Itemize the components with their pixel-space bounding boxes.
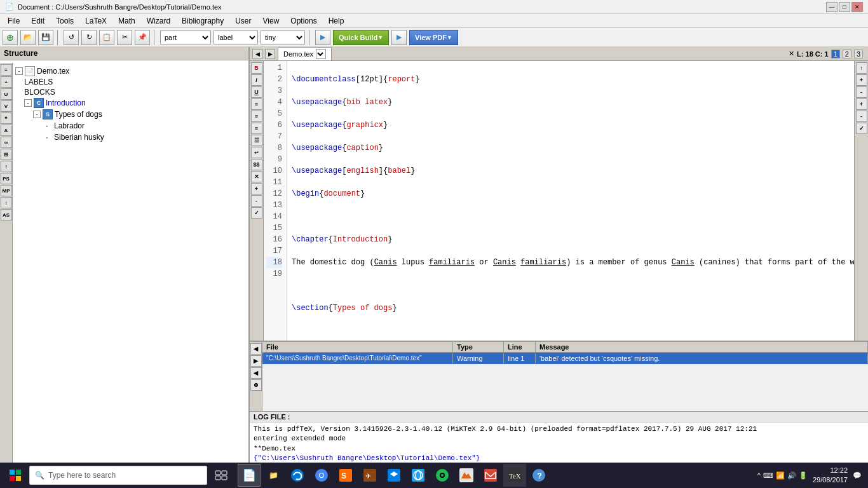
save-button[interactable]: 💾 — [38, 30, 53, 45]
menu-user[interactable]: User — [230, 15, 256, 27]
left-icon-9[interactable]: ! — [1, 161, 12, 172]
title-bar-controls[interactable]: — □ ✕ — [826, 2, 863, 12]
msg-expand-btn[interactable]: ◀ — [250, 343, 262, 355]
menu-view[interactable]: View — [258, 15, 285, 27]
close-button[interactable]: ✕ — [851, 2, 863, 12]
cut-button[interactable]: ✂ — [117, 30, 132, 45]
page-indicator-2[interactable]: 2 — [843, 50, 851, 58]
maximize-button[interactable]: □ — [839, 2, 850, 12]
taskbar-icon-8[interactable]: ✈ — [358, 464, 381, 487]
tray-icon-volume[interactable]: 🔊 — [787, 471, 796, 480]
menu-tools[interactable]: Tools — [51, 15, 79, 27]
left-icon-8[interactable]: ⊞ — [1, 149, 12, 160]
et-underline[interactable]: U — [251, 86, 262, 98]
new-button[interactable]: ⊕ — [3, 30, 18, 45]
minimize-button[interactable]: — — [826, 2, 837, 12]
part-select[interactable]: part — [160, 30, 211, 44]
tree-item-siberian[interactable]: • Siberian husky — [15, 132, 246, 143]
taskbar-icon-chrome[interactable] — [310, 464, 333, 487]
tree-item-labels[interactable]: LABELS — [15, 77, 246, 87]
taskbar-icon-files[interactable]: 📁 — [262, 464, 285, 487]
nav-prev-button[interactable]: ◀ — [252, 49, 262, 59]
et-check[interactable]: ✓ — [251, 207, 262, 219]
paste-button[interactable]: 📌 — [135, 30, 150, 45]
rsb-3[interactable]: - — [856, 86, 867, 98]
page-indicator-1[interactable]: 1 — [831, 50, 840, 58]
menu-edit[interactable]: Edit — [26, 15, 50, 27]
redo-button[interactable]: ↻ — [81, 30, 97, 45]
tray-icon-1[interactable]: ^ — [757, 471, 761, 479]
left-icon-12[interactable]: ↕ — [1, 197, 12, 208]
tray-icon-keyboard[interactable]: ⌨ — [763, 471, 773, 480]
taskbar-icon-edge[interactable] — [286, 464, 309, 487]
msg-collapse-btn[interactable]: ▶ — [250, 355, 262, 367]
et-italic[interactable]: I — [251, 74, 262, 86]
code-content[interactable]: \documentclass[12pt]{report} \usepackage… — [287, 61, 854, 341]
taskbar-icon-latex-2[interactable]: TeX — [503, 464, 526, 487]
left-icon-10[interactable]: PS — [1, 173, 12, 184]
expand-types[interactable]: - — [33, 111, 41, 118]
close-icon[interactable]: ✕ — [789, 50, 794, 58]
left-icon-3[interactable]: U — [1, 88, 12, 100]
tree-item-types[interactable]: - S Types of dogs — [15, 109, 246, 120]
left-icon-2[interactable]: + — [1, 76, 12, 88]
taskbar-task-view[interactable] — [210, 464, 233, 487]
taskbar-icon-network[interactable] — [407, 464, 430, 487]
menu-math[interactable]: Math — [113, 15, 140, 27]
msg-settings-btn[interactable]: ⊕ — [250, 379, 262, 391]
menu-bibliography[interactable]: Bibliography — [177, 15, 229, 27]
open-button[interactable]: 📂 — [20, 30, 36, 45]
taskbar-icon-email[interactable] — [479, 464, 502, 487]
et-align-center[interactable]: ≡ — [251, 111, 262, 122]
menu-wizard[interactable]: Wizard — [142, 15, 175, 27]
et-bold[interactable]: B — [251, 62, 262, 74]
et-dollar[interactable]: $$ — [251, 159, 262, 170]
menu-help[interactable]: Help — [323, 15, 349, 27]
start-button[interactable] — [4, 464, 27, 487]
left-icon-6[interactable]: A — [1, 125, 12, 136]
messages-content[interactable]: "C:\Users\Sushruth Bangre\Desktop\Tutori… — [262, 353, 868, 411]
expand-intro[interactable]: - — [24, 99, 32, 107]
left-icon-7[interactable]: ∞ — [1, 137, 12, 148]
rsb-6[interactable]: ✓ — [856, 123, 867, 134]
tray-icon-network[interactable]: 📶 — [776, 471, 785, 480]
et-ref[interactable]: ↩ — [251, 147, 262, 158]
taskbar-search[interactable]: 🔍 Type here to search — [29, 466, 207, 485]
quickbuild-button[interactable]: Quick Build ▼ — [333, 30, 389, 45]
menu-file[interactable]: File — [3, 15, 25, 27]
tree-item-labrador[interactable]: • Labrador — [15, 120, 246, 132]
taskbar-icon-texmaker[interactable]: 📄 — [238, 464, 261, 487]
msg-up-btn[interactable]: ◀ — [250, 367, 262, 379]
taskbar-icon-matlab[interactable] — [455, 464, 478, 487]
tray-icon-battery[interactable]: 🔋 — [799, 471, 808, 480]
taskbar-clock[interactable]: 12:22 29/08/2017 — [810, 466, 850, 485]
left-icon-1[interactable]: ≡ — [1, 64, 12, 76]
rsb-4[interactable]: + — [856, 98, 867, 110]
undo-button[interactable]: ↺ — [64, 30, 79, 45]
rsb-2[interactable]: + — [856, 74, 867, 86]
left-icon-11[interactable]: MP — [1, 185, 12, 196]
rsb-5[interactable]: - — [856, 111, 867, 122]
et-align-right[interactable]: ≡ — [251, 123, 262, 134]
taskbar-icon-7[interactable]: S — [334, 464, 357, 487]
menu-options[interactable]: Options — [285, 15, 322, 27]
left-icon-5[interactable]: ⌖ — [1, 112, 12, 124]
taskbar-icon-dropbox[interactable] — [383, 464, 405, 487]
left-icon-13[interactable]: AS — [1, 209, 12, 220]
tree-item-intro[interactable]: - C Introduction — [15, 97, 246, 109]
et-list[interactable]: ☰ — [251, 135, 262, 146]
et-minus[interactable]: - — [251, 195, 262, 207]
et-times[interactable]: ✕ — [251, 171, 262, 182]
tab-dropdown[interactable]: ▼ — [316, 49, 326, 59]
left-icon-4[interactable]: V — [1, 100, 12, 112]
et-align-left[interactable]: ≡ — [251, 98, 262, 110]
page-indicator-3[interactable]: 3 — [854, 50, 863, 58]
arrow-right2-button[interactable]: ▶ — [391, 30, 407, 45]
tree-item-demo-tex[interactable]: - 📄 Demo.tex — [15, 65, 246, 77]
size-select[interactable]: tiny — [261, 30, 305, 44]
viewpdf-button[interactable]: View PDF ▼ — [409, 30, 458, 45]
copy-button[interactable]: 📋 — [99, 30, 114, 45]
taskbar-icon-help[interactable]: ? — [527, 464, 550, 487]
editor-main[interactable]: 1 2 3 4 5 6 7 8 9 10 11 12 13 14 — [264, 61, 854, 341]
editor-tab-demo[interactable]: Demo.tex ▼ — [278, 47, 332, 60]
